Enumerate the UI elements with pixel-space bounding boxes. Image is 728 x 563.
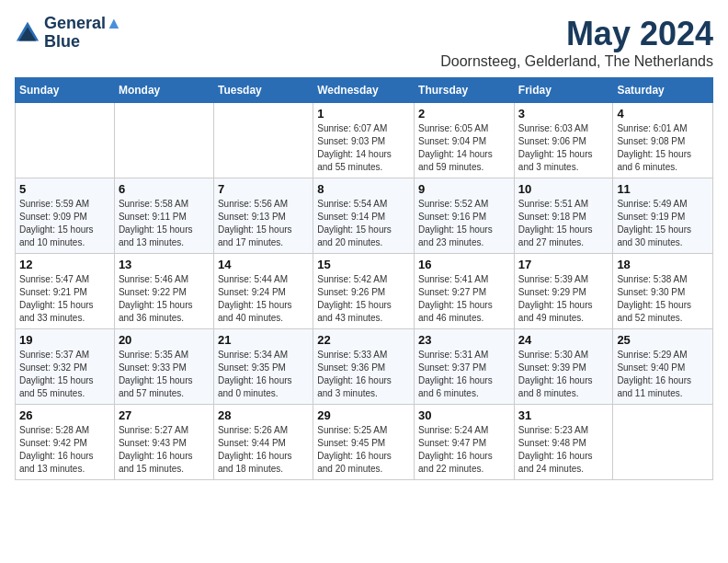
- header-row: SundayMondayTuesdayWednesdayThursdayFrid…: [16, 78, 713, 103]
- day-info: Sunrise: 5:51 AMSunset: 9:18 PMDaylight:…: [518, 198, 609, 249]
- calendar-cell: [114, 103, 213, 178]
- calendar-subtitle: Doornsteeg, Gelderland, The Netherlands: [440, 53, 713, 70]
- day-number: 23: [418, 333, 510, 347]
- day-info: Sunrise: 5:23 AMSunset: 9:48 PMDaylight:…: [518, 424, 609, 476]
- day-number: 15: [317, 258, 410, 271]
- calendar-cell: 30Sunrise: 5:24 AMSunset: 9:47 PMDayligh…: [415, 405, 515, 480]
- day-info: Sunrise: 5:47 AMSunset: 9:21 PMDaylight:…: [19, 273, 110, 325]
- day-info: Sunrise: 6:05 AMSunset: 9:04 PMDaylight:…: [418, 122, 510, 174]
- day-info: Sunrise: 5:33 AMSunset: 9:36 PMDaylight:…: [317, 349, 410, 400]
- calendar-cell: 2Sunrise: 6:05 AMSunset: 9:04 PMDaylight…: [415, 103, 515, 178]
- header-day: Friday: [514, 78, 613, 103]
- calendar-cell: 4Sunrise: 6:01 AMSunset: 9:08 PMDaylight…: [613, 103, 713, 178]
- header-day: Tuesday: [213, 78, 313, 103]
- calendar-cell: 1Sunrise: 6:07 AMSunset: 9:03 PMDaylight…: [313, 103, 415, 178]
- calendar-cell: 29Sunrise: 5:25 AMSunset: 9:45 PMDayligh…: [313, 405, 415, 480]
- calendar-cell: 20Sunrise: 5:35 AMSunset: 9:33 PMDayligh…: [114, 329, 213, 405]
- day-info: Sunrise: 5:42 AMSunset: 9:26 PMDaylight:…: [317, 273, 410, 325]
- calendar-cell: 13Sunrise: 5:46 AMSunset: 9:22 PMDayligh…: [114, 254, 213, 329]
- day-number: 11: [617, 182, 709, 196]
- calendar-week: 5Sunrise: 5:59 AMSunset: 9:09 PMDaylight…: [16, 178, 713, 254]
- calendar-cell: 21Sunrise: 5:34 AMSunset: 9:35 PMDayligh…: [213, 329, 313, 405]
- day-info: Sunrise: 6:07 AMSunset: 9:03 PMDaylight:…: [317, 122, 410, 174]
- calendar-body: 1Sunrise: 6:07 AMSunset: 9:03 PMDaylight…: [16, 103, 713, 480]
- calendar-cell: 19Sunrise: 5:37 AMSunset: 9:32 PMDayligh…: [16, 329, 115, 405]
- day-number: 31: [518, 408, 609, 422]
- calendar-cell: 31Sunrise: 5:23 AMSunset: 9:48 PMDayligh…: [514, 405, 613, 480]
- logo-text: General▲ Blue: [44, 15, 122, 52]
- header-day: Wednesday: [313, 78, 415, 103]
- calendar-cell: 24Sunrise: 5:30 AMSunset: 9:39 PMDayligh…: [514, 329, 613, 405]
- header-day: Sunday: [16, 78, 115, 103]
- day-info: Sunrise: 5:38 AMSunset: 9:30 PMDaylight:…: [617, 273, 709, 325]
- calendar-cell: 14Sunrise: 5:44 AMSunset: 9:24 PMDayligh…: [213, 254, 313, 329]
- calendar-cell: 22Sunrise: 5:33 AMSunset: 9:36 PMDayligh…: [313, 329, 415, 405]
- calendar-cell: 8Sunrise: 5:54 AMSunset: 9:14 PMDaylight…: [313, 178, 415, 254]
- calendar-cell: 28Sunrise: 5:26 AMSunset: 9:44 PMDayligh…: [213, 405, 313, 480]
- title-section: May 2024 Doornsteeg, Gelderland, The Net…: [440, 15, 713, 70]
- day-info: Sunrise: 5:52 AMSunset: 9:16 PMDaylight:…: [418, 198, 510, 249]
- day-info: Sunrise: 5:25 AMSunset: 9:45 PMDaylight:…: [317, 424, 410, 476]
- calendar-week: 1Sunrise: 6:07 AMSunset: 9:03 PMDaylight…: [16, 103, 713, 178]
- day-info: Sunrise: 5:30 AMSunset: 9:39 PMDaylight:…: [518, 349, 609, 400]
- day-number: 1: [317, 107, 410, 121]
- day-info: Sunrise: 5:37 AMSunset: 9:32 PMDaylight:…: [19, 349, 110, 400]
- day-number: 2: [418, 107, 510, 121]
- calendar-cell: 25Sunrise: 5:29 AMSunset: 9:40 PMDayligh…: [613, 329, 713, 405]
- day-number: 16: [418, 258, 510, 271]
- logo-icon: [15, 20, 40, 46]
- day-info: Sunrise: 5:26 AMSunset: 9:44 PMDaylight:…: [218, 424, 309, 476]
- calendar-cell: 15Sunrise: 5:42 AMSunset: 9:26 PMDayligh…: [313, 254, 415, 329]
- day-info: Sunrise: 5:59 AMSunset: 9:09 PMDaylight:…: [19, 198, 110, 249]
- day-number: 20: [119, 333, 210, 347]
- day-number: 10: [518, 182, 609, 196]
- calendar-cell: 5Sunrise: 5:59 AMSunset: 9:09 PMDaylight…: [16, 178, 115, 254]
- calendar-cell: [613, 405, 713, 480]
- day-number: 29: [317, 408, 410, 422]
- calendar-cell: 16Sunrise: 5:41 AMSunset: 9:27 PMDayligh…: [415, 254, 515, 329]
- calendar-cell: 27Sunrise: 5:27 AMSunset: 9:43 PMDayligh…: [114, 405, 213, 480]
- calendar-week: 12Sunrise: 5:47 AMSunset: 9:21 PMDayligh…: [16, 254, 713, 329]
- day-number: 14: [218, 258, 309, 271]
- calendar-table: SundayMondayTuesdayWednesdayThursdayFrid…: [15, 77, 713, 480]
- day-info: Sunrise: 6:03 AMSunset: 9:06 PMDaylight:…: [518, 122, 609, 174]
- day-info: Sunrise: 5:27 AMSunset: 9:43 PMDaylight:…: [119, 424, 210, 476]
- calendar-week: 26Sunrise: 5:28 AMSunset: 9:42 PMDayligh…: [16, 405, 713, 480]
- day-number: 6: [119, 182, 210, 196]
- day-info: Sunrise: 5:54 AMSunset: 9:14 PMDaylight:…: [317, 198, 410, 249]
- calendar-cell: 18Sunrise: 5:38 AMSunset: 9:30 PMDayligh…: [613, 254, 713, 329]
- calendar-cell: 3Sunrise: 6:03 AMSunset: 9:06 PMDaylight…: [514, 103, 613, 178]
- calendar-cell: 10Sunrise: 5:51 AMSunset: 9:18 PMDayligh…: [514, 178, 613, 254]
- calendar-week: 19Sunrise: 5:37 AMSunset: 9:32 PMDayligh…: [16, 329, 713, 405]
- day-info: Sunrise: 5:31 AMSunset: 9:37 PMDaylight:…: [418, 349, 510, 400]
- day-number: 21: [218, 333, 309, 347]
- calendar-cell: 17Sunrise: 5:39 AMSunset: 9:29 PMDayligh…: [514, 254, 613, 329]
- calendar-cell: 7Sunrise: 5:56 AMSunset: 9:13 PMDaylight…: [213, 178, 313, 254]
- day-info: Sunrise: 5:56 AMSunset: 9:13 PMDaylight:…: [218, 198, 309, 249]
- day-number: 7: [218, 182, 309, 196]
- day-number: 28: [218, 408, 309, 422]
- day-number: 9: [418, 182, 510, 196]
- calendar-cell: 26Sunrise: 5:28 AMSunset: 9:42 PMDayligh…: [16, 405, 115, 480]
- day-number: 18: [617, 258, 709, 271]
- day-info: Sunrise: 5:24 AMSunset: 9:47 PMDaylight:…: [418, 424, 510, 476]
- day-info: Sunrise: 5:46 AMSunset: 9:22 PMDaylight:…: [119, 273, 210, 325]
- calendar-cell: 11Sunrise: 5:49 AMSunset: 9:19 PMDayligh…: [613, 178, 713, 254]
- calendar-title: May 2024: [440, 15, 713, 53]
- header: General▲ Blue May 2024 Doornsteeg, Gelde…: [15, 15, 713, 70]
- day-number: 17: [518, 258, 609, 271]
- calendar-cell: 12Sunrise: 5:47 AMSunset: 9:21 PMDayligh…: [16, 254, 115, 329]
- header-day: Thursday: [415, 78, 515, 103]
- calendar-cell: [213, 103, 313, 178]
- day-number: 3: [518, 107, 609, 121]
- day-number: 13: [119, 258, 210, 271]
- day-number: 8: [317, 182, 410, 196]
- day-number: 4: [617, 107, 709, 121]
- header-day: Monday: [114, 78, 213, 103]
- calendar-cell: 6Sunrise: 5:58 AMSunset: 9:11 PMDaylight…: [114, 178, 213, 254]
- calendar-header: SundayMondayTuesdayWednesdayThursdayFrid…: [16, 78, 713, 103]
- day-number: 25: [617, 333, 709, 347]
- calendar-cell: 23Sunrise: 5:31 AMSunset: 9:37 PMDayligh…: [415, 329, 515, 405]
- day-number: 24: [518, 333, 609, 347]
- day-number: 26: [19, 408, 110, 422]
